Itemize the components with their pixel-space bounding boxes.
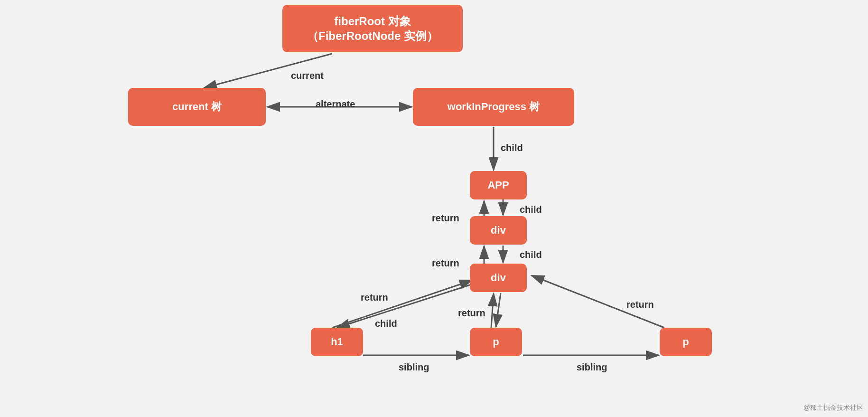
sibling-label-1: sibling [399,362,429,373]
child-label-2: child [520,204,542,215]
current-label: current [291,70,324,81]
svg-line-13 [491,294,494,328]
watermark: @稀土掘金技术社区 [803,404,863,412]
return-label-1: return [432,213,459,224]
child-label-h1: child [375,318,397,329]
svg-line-12 [496,293,501,327]
return-label-p1: return [458,308,485,319]
app-node: APP [470,171,527,199]
svg-line-11 [332,280,472,328]
arrows-svg [0,0,868,417]
sibling-label-2: sibling [577,362,607,373]
p1-node: p [470,328,522,356]
h1-node: h1 [311,328,363,356]
child-label-3: child [520,249,542,260]
return-label-h1: return [361,292,388,303]
wip-tree-node: workInProgress 树 [413,88,574,126]
child-label-1: child [501,142,523,153]
diagram: fiberRoot 对象（FiberRootNode 实例） current a… [0,0,868,417]
fiber-root-node: fiberRoot 对象（FiberRootNode 实例） [282,5,463,52]
current-tree-node: current 树 [128,88,266,126]
div1-node: div [470,216,527,245]
alternate-label: alternate [316,99,355,110]
return-label-2: return [432,258,459,269]
div2-node: div [470,264,527,292]
svg-line-10 [337,285,470,328]
p2-node: p [660,328,712,356]
return-label-p2: return [626,299,654,310]
